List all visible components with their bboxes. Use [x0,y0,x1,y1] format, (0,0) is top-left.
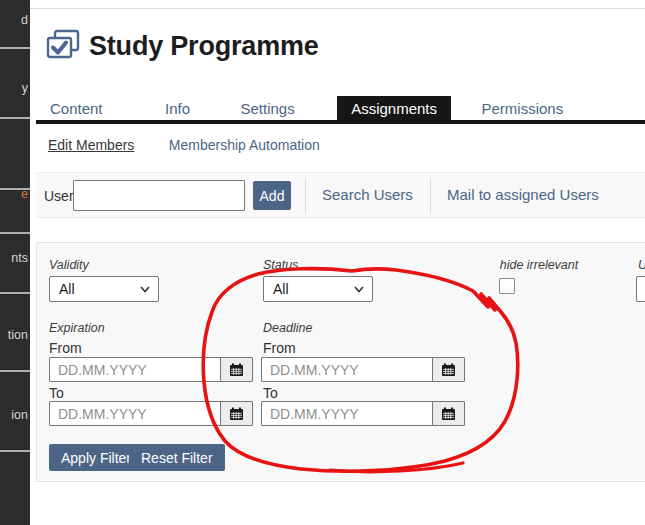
sidebar-item-fragment[interactable]: nts [11,251,28,265]
tab-settings[interactable]: Settings [226,96,308,122]
tab-content[interactable]: Content [36,96,117,122]
sidebar-divider [0,450,30,452]
subtab-edit-members[interactable]: Edit Members [48,137,134,153]
calendar-icon [229,363,244,377]
tab-info[interactable]: Info [151,96,204,122]
sidebar-item-fragment[interactable]: e [21,187,28,201]
reset-filter-button[interactable]: Reset Filter [129,444,225,471]
calendar-button[interactable] [432,357,465,382]
toolbar-separator [430,179,431,213]
sidebar-divider [0,47,30,49]
subtab-membership-automation[interactable]: Membership Automation [169,137,320,153]
tab-assignments[interactable]: Assignments [337,96,451,122]
deadline-to-field [261,401,465,426]
validity-label: Validity [49,258,89,272]
page-title: Study Programme [89,31,319,62]
calendar-button[interactable] [220,401,253,426]
filter-panel: Validity All Status All hide irrelevant … [36,242,645,482]
status-label: Status [263,258,298,272]
user-toolbar: User Add Search Users Mail to assigned U… [36,172,645,218]
sidebar-item-fragment[interactable]: ion [11,408,28,422]
sidebar-divider [0,370,30,372]
expiration-label: Expiration [49,321,105,335]
validity-value: All [59,281,75,297]
user-filter-select[interactable] [636,276,645,302]
calendar-button[interactable] [432,401,465,426]
sidebar-item-fragment[interactable]: y [22,81,28,95]
deadline-from-input[interactable] [261,357,433,382]
hide-irrelevant-label: hide irrelevant [474,258,604,272]
calendar-button[interactable] [220,357,253,382]
status-value: All [273,281,289,297]
expiration-to-field [49,401,253,426]
expiration-from-field [49,357,253,382]
expiration-to-label: To [49,385,64,401]
user-filter-label: Us [638,258,645,272]
user-input[interactable] [73,180,245,211]
toolbar-separator [305,179,306,213]
deadline-from-field [261,357,465,382]
tab-permissions[interactable]: Permissions [467,96,577,122]
chevron-down-icon [140,286,150,293]
tab-bar: Content Info Settings Assignments Permis… [36,96,577,122]
search-users-link[interactable]: Search Users [322,186,413,203]
subtab-bar: Edit Members Membership Automation [48,136,350,154]
add-user-button[interactable]: Add [253,181,291,210]
left-sidebar: d y e nts tion ion [0,0,30,525]
header-divider [30,8,645,9]
tab-underline [36,120,645,124]
sidebar-item-fragment[interactable]: tion [8,328,28,342]
calendar-icon [441,363,456,377]
status-select[interactable]: All [263,276,373,302]
hide-irrelevant-checkbox[interactable] [499,278,515,294]
deadline-to-label: To [263,385,278,401]
user-label: User [44,188,74,204]
study-programme-icon [45,28,81,64]
sidebar-divider [0,117,30,119]
sidebar-divider [0,292,30,294]
sidebar-divider [0,232,30,234]
expiration-to-input[interactable] [49,401,221,426]
validity-select[interactable]: All [49,276,159,302]
deadline-to-input[interactable] [261,401,433,426]
mail-to-assigned-users-link[interactable]: Mail to assigned Users [447,186,599,203]
expiration-from-input[interactable] [49,357,221,382]
chevron-down-icon [354,286,364,293]
sidebar-item-fragment[interactable]: d [21,13,28,27]
expiration-from-label: From [49,340,82,356]
calendar-icon [441,407,456,421]
deadline-label: Deadline [263,321,312,335]
calendar-icon [229,407,244,421]
deadline-from-label: From [263,340,296,356]
